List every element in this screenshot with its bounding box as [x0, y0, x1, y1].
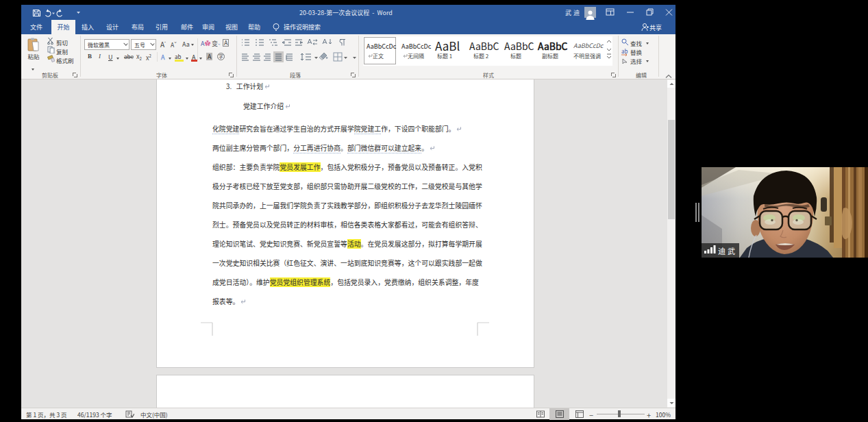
svg-text:迪武: 迪武: [718, 245, 737, 256]
svg-text:ab: ab: [621, 47, 628, 55]
